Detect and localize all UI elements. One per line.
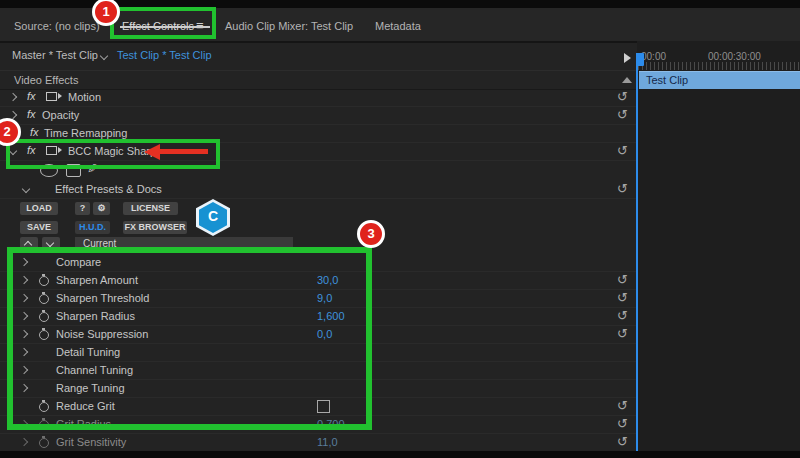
clip-transform-icon[interactable] xyxy=(46,91,63,102)
timeline-clip-bar[interactable]: Test Clip xyxy=(639,71,800,89)
param-value[interactable]: 11,0 xyxy=(317,436,338,448)
effect-row-opacity[interactable]: fxOpacity↺ xyxy=(0,106,636,125)
param-row-channel-tuning[interactable]: Channel Tuning xyxy=(0,361,636,380)
load-button[interactable]: LOAD xyxy=(20,202,58,215)
param-row-noise-suppression[interactable]: Noise Suppression0,0↺ xyxy=(0,325,636,344)
param-row-sharpen-amount[interactable]: Sharpen Amount30,0↺ xyxy=(0,271,636,290)
stopwatch-icon[interactable] xyxy=(39,294,49,304)
chevron-right-icon[interactable] xyxy=(20,258,28,266)
breadcrumb-clip[interactable]: Test Clip * Test Clip xyxy=(117,49,212,61)
timeline-expand-icon[interactable] xyxy=(624,53,631,63)
chevron-right-icon[interactable] xyxy=(20,294,28,302)
rectangle-mask-icon[interactable] xyxy=(66,164,81,177)
param-row-reduce-grit[interactable]: Reduce Grit↺ xyxy=(0,397,636,416)
playhead-line[interactable] xyxy=(636,53,638,451)
effect-timeline-area[interactable] xyxy=(637,41,800,451)
reset-icon[interactable]: ↺ xyxy=(617,89,628,104)
param-label: Sharpen Radius xyxy=(56,310,135,322)
clip-breadcrumb: Master * Test Clip Test Clip * Test Clip xyxy=(0,43,636,71)
param-label: Reduce Grit xyxy=(56,400,115,412)
chevron-right-icon[interactable] xyxy=(20,438,28,446)
pen-mask-icon[interactable]: ✎ xyxy=(87,161,98,176)
active-tab-underline xyxy=(120,26,210,28)
chevron-right-icon[interactable] xyxy=(20,348,28,356)
chevron-right-icon[interactable] xyxy=(20,420,28,428)
effect-row-time-remapping[interactable]: fxTime Remapping xyxy=(0,124,636,143)
tab-source[interactable]: Source: (no clips) xyxy=(14,20,100,32)
chevron-right-icon[interactable] xyxy=(20,330,28,338)
chevron-right-icon[interactable] xyxy=(20,276,28,284)
param-row-range-tuning[interactable]: Range Tuning xyxy=(0,379,636,398)
reset-icon[interactable]: ↺ xyxy=(617,398,628,413)
playhead-icon[interactable] xyxy=(636,53,644,66)
param-label: Channel Tuning xyxy=(56,364,133,376)
stopwatch-icon[interactable] xyxy=(39,402,49,412)
stopwatch-icon[interactable] xyxy=(39,438,49,448)
reset-icon[interactable]: ↺ xyxy=(617,107,628,122)
clip-rect xyxy=(46,146,57,155)
reset-icon[interactable]: ↺ xyxy=(617,308,628,323)
param-value[interactable]: 0,700 xyxy=(317,418,345,430)
stopwatch-icon[interactable] xyxy=(39,276,49,286)
preset-prev-button[interactable] xyxy=(20,237,38,250)
param-row-detail-tuning[interactable]: Detail Tuning xyxy=(0,343,636,362)
settings-gear-button[interactable]: ⚙ xyxy=(93,202,110,215)
license-button[interactable]: LICENSE xyxy=(123,202,178,215)
stopwatch-icon[interactable] xyxy=(39,420,49,430)
boris-logo-letter: C xyxy=(196,208,230,224)
chevron-right-icon[interactable] xyxy=(20,312,28,320)
reset-icon[interactable]: ↺ xyxy=(617,290,628,305)
param-value[interactable]: 0,0 xyxy=(317,328,332,340)
effect-label: Time Remapping xyxy=(44,127,127,139)
param-label: Compare xyxy=(56,256,101,268)
chevron-right-icon[interactable] xyxy=(20,366,28,374)
param-value[interactable]: 30,0 xyxy=(317,274,338,286)
fx-badge-icon[interactable]: fx xyxy=(27,108,36,120)
param-label: Sharpen Amount xyxy=(56,274,138,286)
help-button[interactable]: ? xyxy=(75,202,90,215)
chevron-down-icon[interactable] xyxy=(9,147,17,155)
param-row-grit-radius[interactable]: Grit Radius0,700↺ xyxy=(0,415,636,434)
reset-icon[interactable]: ↺ xyxy=(617,326,628,341)
param-row-sharpen-threshold[interactable]: Sharpen Threshold9,0↺ xyxy=(0,289,636,308)
reset-icon[interactable]: ↺ xyxy=(617,416,628,431)
stopwatch-icon[interactable] xyxy=(39,330,49,340)
top-strip xyxy=(0,0,800,8)
hud-button[interactable]: H.U.D. xyxy=(75,221,110,234)
chevron-right-icon[interactable] xyxy=(20,384,28,392)
chevron-right-icon[interactable] xyxy=(9,93,17,101)
chevron-down-icon[interactable] xyxy=(100,52,108,60)
effect-row-bcc-magic-sharp[interactable]: fxBCC Magic Sharp↺ xyxy=(0,142,636,161)
effect-row-motion[interactable]: fxMotion↺ xyxy=(0,88,636,107)
ruler-label-start: 00:00 xyxy=(641,51,666,62)
presets-group-row[interactable]: Effect Presets & Docs ↺ xyxy=(0,180,636,199)
fx-badge-icon[interactable]: fx xyxy=(27,144,36,156)
fx-browser-button[interactable]: FX BROWSER xyxy=(123,221,187,234)
tab-metadata[interactable]: Metadata xyxy=(375,20,421,32)
reset-icon[interactable]: ↺ xyxy=(617,272,628,287)
ellipse-mask-icon[interactable] xyxy=(40,164,58,177)
chevron-down-icon[interactable] xyxy=(22,185,30,193)
reset-icon[interactable]: ↺ xyxy=(617,143,628,158)
param-value[interactable]: 1,600 xyxy=(317,310,345,322)
stopwatch-icon[interactable] xyxy=(39,312,49,322)
fx-badge-icon[interactable]: fx xyxy=(27,90,36,102)
param-value[interactable]: 9,0 xyxy=(317,292,332,304)
param-checkbox[interactable] xyxy=(317,400,330,413)
clip-play xyxy=(58,93,62,99)
reset-icon[interactable]: ↺ xyxy=(617,434,628,449)
param-row-compare[interactable]: Compare xyxy=(0,253,636,272)
param-label: Range Tuning xyxy=(56,382,125,394)
preset-dropdown[interactable]: Current xyxy=(75,237,293,251)
fx-badge-icon[interactable]: fx xyxy=(30,126,39,138)
reset-icon[interactable]: ↺ xyxy=(617,181,628,196)
scroll-up-icon[interactable] xyxy=(622,77,632,83)
clip-transform-icon[interactable] xyxy=(46,145,63,156)
param-row-sharpen-radius[interactable]: Sharpen Radius1,600↺ xyxy=(0,307,636,326)
effect-label: Motion xyxy=(68,91,101,103)
param-row-grit-sensitivity[interactable]: Grit Sensitivity11,0↺ xyxy=(0,433,636,452)
breadcrumb-master[interactable]: Master * Test Clip xyxy=(12,49,98,61)
preset-next-button[interactable] xyxy=(42,237,60,250)
tab-audio-clip-mixer[interactable]: Audio Clip Mixer: Test Clip xyxy=(225,20,353,32)
save-button[interactable]: SAVE xyxy=(20,221,58,234)
